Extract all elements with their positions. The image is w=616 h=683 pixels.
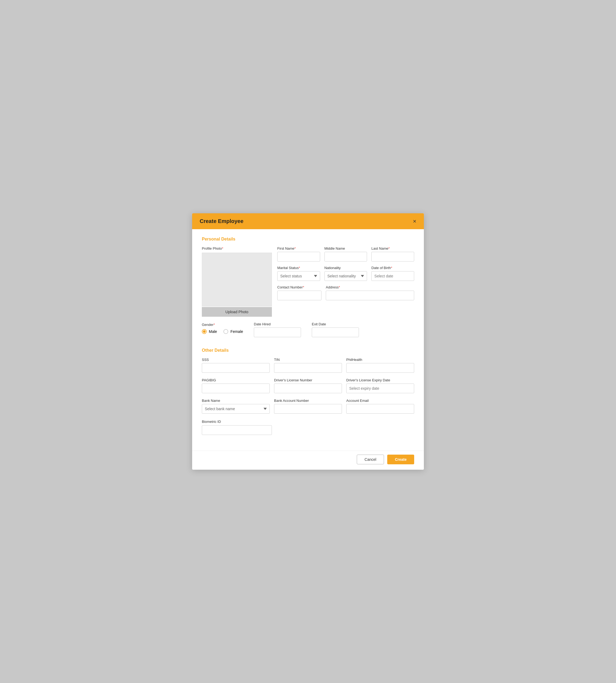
- other-details-title: Other Details: [202, 348, 414, 353]
- address-label: Address*: [326, 285, 414, 289]
- name-row: First Name* Middle Name Last Name*: [277, 246, 414, 261]
- philhealth-input[interactable]: [346, 363, 414, 373]
- fields-column: First Name* Middle Name Last Name*: [277, 246, 414, 317]
- pagibig-license-row: PAGIBIG Driver's License Number Driver's…: [202, 378, 414, 393]
- tin-input[interactable]: [274, 363, 342, 373]
- pagibig-input[interactable]: [202, 384, 270, 393]
- pagibig-label: PAGIBIG: [202, 378, 270, 382]
- sss-group: SSS: [202, 358, 270, 373]
- contact-input[interactable]: [277, 291, 322, 300]
- gender-label: Gender*: [202, 323, 215, 327]
- nationality-select[interactable]: Select nationality: [325, 271, 367, 281]
- date-hired-group: Date Hired: [254, 322, 301, 337]
- modal-body: Personal Details Profile Photo* Upload P…: [192, 229, 424, 449]
- philhealth-group: PhilHealth: [346, 358, 414, 373]
- contact-group: Contact Number*: [277, 285, 322, 300]
- date-hired-label: Date Hired: [254, 322, 301, 326]
- account-email-label: Account Email: [346, 399, 414, 403]
- middle-name-label: Middle Name: [325, 246, 367, 250]
- gender-dates-row: Gender* Male Female Date Hire: [202, 322, 414, 340]
- philhealth-label: PhilHealth: [346, 358, 414, 362]
- middle-name-input[interactable]: [325, 252, 367, 261]
- last-name-group: Last Name*: [371, 246, 414, 261]
- drivers-license-expiry-input[interactable]: [346, 384, 414, 393]
- drivers-license-expiry-label: Driver's License Expiry Date: [346, 378, 414, 382]
- modal-overlay: Create Employee × Personal Details Profi…: [0, 0, 616, 683]
- exit-date-input[interactable]: [312, 327, 359, 337]
- pagibig-group: PAGIBIG: [202, 378, 270, 393]
- date-hired-input[interactable]: [254, 327, 301, 337]
- personal-details-title: Personal Details: [202, 237, 414, 242]
- biometric-input[interactable]: [202, 425, 272, 435]
- tin-group: TIN: [274, 358, 342, 373]
- biometric-group: Biometric ID: [202, 419, 414, 435]
- exit-date-group: Exit Date: [312, 322, 359, 337]
- address-group: Address*: [326, 285, 414, 300]
- dob-label: Date of Birth*: [371, 266, 414, 270]
- close-button[interactable]: ×: [413, 219, 416, 224]
- first-name-input[interactable]: [277, 252, 320, 261]
- personal-details-grid: Profile Photo* Upload Photo First Name*: [202, 246, 414, 317]
- male-radio[interactable]: [202, 329, 207, 334]
- biometric-label: Biometric ID: [202, 419, 221, 424]
- gender-male-option[interactable]: Male: [202, 329, 217, 334]
- bank-account-input[interactable]: [274, 404, 342, 414]
- modal-header: Create Employee ×: [192, 213, 424, 229]
- gender-options: Male Female: [202, 329, 243, 334]
- create-employee-modal: Create Employee × Personal Details Profi…: [192, 213, 424, 470]
- drivers-license-expiry-group: Driver's License Expiry Date: [346, 378, 414, 393]
- drivers-license-group: Driver's License Number: [274, 378, 342, 393]
- contact-address-row: Contact Number* Address*: [277, 285, 414, 300]
- dob-group: Date of Birth*: [371, 266, 414, 281]
- marital-status-group: Marital Status* Select status: [277, 266, 320, 281]
- first-name-label: First Name*: [277, 246, 320, 250]
- exit-date-label: Exit Date: [312, 322, 359, 326]
- upload-photo-button[interactable]: Upload Photo: [202, 307, 272, 317]
- account-email-group: Account Email: [346, 399, 414, 414]
- bank-name-group: Bank Name Select bank name: [202, 399, 270, 414]
- cancel-button[interactable]: Cancel: [357, 455, 384, 464]
- last-name-input[interactable]: [371, 252, 414, 261]
- sss-label: SSS: [202, 358, 270, 362]
- drivers-license-label: Driver's License Number: [274, 378, 342, 382]
- bank-name-label: Bank Name: [202, 399, 270, 403]
- marital-status-label: Marital Status*: [277, 266, 320, 270]
- modal-title: Create Employee: [200, 218, 243, 224]
- bank-name-select[interactable]: Select bank name: [202, 404, 270, 414]
- sss-input[interactable]: [202, 363, 270, 373]
- middle-name-group: Middle Name: [325, 246, 367, 261]
- male-label: Male: [209, 329, 217, 334]
- female-label: Female: [230, 329, 243, 334]
- nationality-group: Nationality Select nationality: [325, 266, 367, 281]
- bank-row: Bank Name Select bank name Bank Account …: [202, 399, 414, 414]
- account-email-input[interactable]: [346, 404, 414, 414]
- marital-status-select[interactable]: Select status: [277, 271, 320, 281]
- photo-column: Profile Photo* Upload Photo: [202, 246, 272, 317]
- contact-label: Contact Number*: [277, 285, 322, 289]
- gender-group: Gender* Male Female: [202, 322, 243, 334]
- photo-label: Profile Photo*: [202, 246, 272, 250]
- drivers-license-input[interactable]: [274, 384, 342, 393]
- female-radio[interactable]: [223, 329, 228, 334]
- bank-account-label: Bank Account Number: [274, 399, 342, 403]
- nationality-label: Nationality: [325, 266, 367, 270]
- modal-footer: Cancel Create: [192, 451, 424, 470]
- sss-tin-philhealth-row: SSS TIN PhilHealth: [202, 358, 414, 373]
- photo-upload-area: [202, 253, 272, 306]
- gender-female-option[interactable]: Female: [223, 329, 243, 334]
- last-name-label: Last Name*: [371, 246, 414, 250]
- dob-input[interactable]: [371, 271, 414, 281]
- create-button[interactable]: Create: [387, 455, 414, 464]
- status-nationality-dob-row: Marital Status* Select status Nationalit…: [277, 266, 414, 281]
- bank-account-group: Bank Account Number: [274, 399, 342, 414]
- address-input[interactable]: [326, 291, 414, 300]
- tin-label: TIN: [274, 358, 342, 362]
- first-name-group: First Name*: [277, 246, 320, 261]
